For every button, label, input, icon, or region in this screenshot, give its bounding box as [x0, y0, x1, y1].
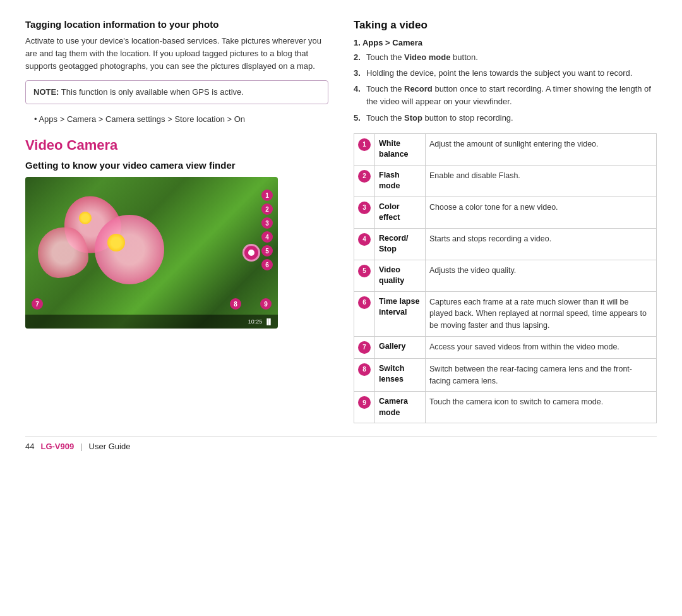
table-badge-cell: 2	[354, 165, 375, 196]
circle-badge: 4	[358, 233, 371, 246]
table-desc-cell: Touch the camera icon to switch to camer…	[426, 392, 657, 423]
vf-bottom-badges: 7 8 9	[25, 298, 278, 310]
table-name-cell: Video quality	[375, 260, 426, 291]
circle-badge: 9	[358, 396, 371, 409]
step-5-num: 5.	[354, 112, 362, 124]
camera-features-table: 1 White balance Adjust the amount of sun…	[354, 133, 657, 424]
vf-badge-2: 2	[261, 203, 273, 215]
table-name-cell: Flash mode	[375, 165, 426, 196]
table-row: 4 Record/ Stop Starts and stops recordin…	[354, 228, 657, 260]
table-desc-cell: Switch between the rear-facing camera le…	[426, 358, 657, 392]
circle-badge: 3	[358, 202, 371, 214]
video-camera-title: Video Camera	[25, 137, 328, 154]
viewfinder-container: 1 2 3 4 5 6 10:25 ▐▌	[25, 177, 278, 329]
table-row: 7 Gallery Access your saved videos from …	[354, 336, 657, 358]
footer-label: User Guide	[89, 442, 131, 451]
vf-statusbar: 10:25 ▐▌	[25, 315, 278, 329]
page-footer: 44 LG-V909 | User Guide	[25, 436, 657, 451]
vf-badge-6: 6	[261, 259, 273, 270]
table-name-cell: Gallery	[375, 336, 426, 358]
table-desc-cell: Starts and stops recording a video.	[426, 228, 657, 260]
table-name-cell: Time lapse interval	[375, 291, 426, 336]
step-3-num: 3.	[354, 67, 362, 80]
step-3: 3. Holding the device, point the lens to…	[354, 67, 657, 80]
table-badge-cell: 8	[354, 358, 375, 392]
table-badge-cell: 6	[354, 291, 375, 336]
table-row: 8 Switch lenses Switch between the rear-…	[354, 358, 657, 392]
table-desc-cell: Captures each frame at a rate much slowe…	[426, 291, 657, 336]
table-badge-cell: 3	[354, 196, 375, 228]
vf-record-button[interactable]	[242, 244, 260, 262]
step-5-text: Touch the Stop button to stop recording.	[366, 112, 513, 124]
footer-separator: |	[80, 442, 82, 451]
viewfinder-overlay: 1 2 3 4 5 6 10:25 ▐▌	[25, 177, 278, 329]
vf-badge-1: 1	[261, 190, 273, 201]
right-column: Taking a video 1. Apps > Camera 2. Touch…	[354, 19, 657, 423]
circle-badge: 6	[358, 296, 371, 309]
vf-right-buttons: 1 2 3 4 5 6	[261, 190, 273, 270]
vf-badge-3: 3	[261, 217, 273, 229]
table-badge-cell: 4	[354, 228, 375, 260]
table-row: 5 Video quality Adjusts the video qualit…	[354, 260, 657, 291]
left-column: Tagging location information to your pho…	[25, 19, 328, 335]
step-4: 4. Touch the Record button once to start…	[354, 83, 657, 108]
circle-badge: 2	[358, 170, 371, 183]
tagging-body: Activate to use your device's location-b…	[25, 35, 328, 73]
step-2: 2. Touch the Video mode button.	[354, 51, 657, 64]
table-desc-cell: Adjusts the video quality.	[426, 260, 657, 291]
table-row: 1 White balance Adjust the amount of sun…	[354, 133, 657, 165]
step-2-num: 2.	[354, 51, 362, 64]
step-4-text: Touch the Record button once to start re…	[366, 83, 657, 108]
table-row: 2 Flash mode Enable and disable Flash.	[354, 165, 657, 196]
vf-time: 10:25	[248, 318, 263, 325]
table-name-cell: Record/ Stop	[375, 228, 426, 260]
table-desc-cell: Adjust the amount of sunlight entering t…	[426, 133, 657, 165]
step-4-num: 4.	[354, 83, 362, 95]
table-badge-cell: 1	[354, 133, 375, 165]
page-layout: Tagging location information to your pho…	[25, 19, 657, 423]
table-row: 3 Color effect Choose a color tone for a…	[354, 196, 657, 228]
bullet-item: Apps > Camera > Camera settings > Store …	[34, 113, 328, 126]
footer-brand: LG-V909	[40, 442, 74, 451]
circle-badge: 7	[358, 341, 371, 354]
table-row: 9 Camera mode Touch the camera icon to s…	[354, 392, 657, 423]
note-box: NOTE: This function is only available wh…	[25, 80, 328, 104]
vf-badge-5: 5	[261, 245, 273, 257]
vf-record-inner	[248, 250, 254, 256]
step-3-text: Holding the device, point the lens towar…	[366, 67, 632, 80]
circle-badge: 8	[358, 363, 371, 376]
step-5: 5. Touch the Stop button to stop recordi…	[354, 112, 657, 124]
viewfinder-image: 1 2 3 4 5 6 10:25 ▐▌	[25, 177, 278, 329]
note-label: NOTE:	[33, 87, 59, 97]
table-badge-cell: 9	[354, 392, 375, 423]
vf-badge-9: 9	[260, 298, 272, 310]
vf-badge-4: 4	[261, 231, 273, 243]
tagging-heading: Tagging location information to your pho…	[25, 19, 328, 30]
vf-badge-8: 8	[230, 298, 241, 310]
table-name-cell: White balance	[375, 133, 426, 165]
table-name-cell: Color effect	[375, 196, 426, 228]
table-badge-cell: 5	[354, 260, 375, 291]
circle-badge: 1	[358, 138, 371, 151]
vf-badge-7: 7	[32, 298, 43, 310]
vf-signal-icon: ▐▌	[265, 318, 273, 325]
table-name-cell: Switch lenses	[375, 358, 426, 392]
table-desc-cell: Access your saved videos from within the…	[426, 336, 657, 358]
table-desc-cell: Enable and disable Flash.	[426, 165, 657, 196]
taking-video-heading: Taking a video	[354, 19, 657, 32]
note-text: This function is only available when GPS…	[59, 87, 243, 97]
table-desc-cell: Choose a color tone for a new video.	[426, 196, 657, 228]
step-1: 1. Apps > Camera	[354, 38, 657, 47]
getting-heading: Getting to know your video camera view f…	[25, 160, 328, 171]
circle-badge: 5	[358, 265, 371, 277]
table-name-cell: Camera mode	[375, 392, 426, 423]
numbered-steps: 2. Touch the Video mode button. 3. Holdi…	[354, 51, 657, 124]
table-badge-cell: 7	[354, 336, 375, 358]
table-row: 6 Time lapse interval Captures each fram…	[354, 291, 657, 336]
footer-page-num: 44	[25, 442, 34, 451]
step-2-text: Touch the Video mode button.	[366, 51, 478, 64]
